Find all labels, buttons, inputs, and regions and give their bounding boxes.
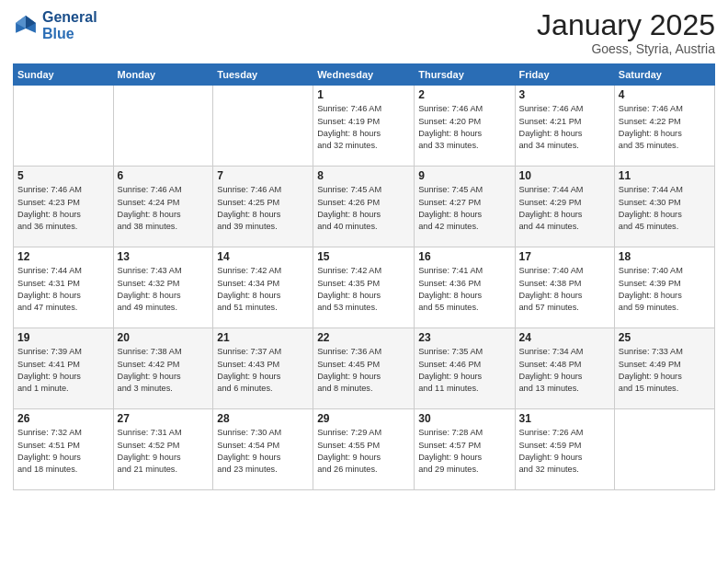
day-number: 29 [317, 412, 410, 425]
week-row-5: 26Sunrise: 7:32 AM Sunset: 4:51 PM Dayli… [14, 409, 715, 490]
day-cell: 4Sunrise: 7:46 AM Sunset: 4:22 PM Daylig… [614, 86, 714, 167]
day-info: Sunrise: 7:26 AM Sunset: 4:59 PM Dayligh… [519, 427, 610, 476]
day-number: 13 [118, 250, 210, 263]
day-info: Sunrise: 7:43 AM Sunset: 4:32 PM Dayligh… [118, 265, 210, 314]
day-number: 6 [118, 169, 210, 182]
day-cell: 12Sunrise: 7:44 AM Sunset: 4:31 PM Dayli… [14, 247, 114, 328]
day-cell: 7Sunrise: 7:46 AM Sunset: 4:25 PM Daylig… [213, 167, 313, 247]
day-number: 2 [418, 88, 510, 101]
logo-text: General Blue [42, 9, 97, 43]
day-cell: 29Sunrise: 7:29 AM Sunset: 4:55 PM Dayli… [313, 409, 415, 490]
day-cell: 27Sunrise: 7:31 AM Sunset: 4:52 PM Dayli… [113, 409, 213, 490]
day-cell: 19Sunrise: 7:39 AM Sunset: 4:41 PM Dayli… [14, 328, 114, 409]
day-info: Sunrise: 7:39 AM Sunset: 4:41 PM Dayligh… [17, 346, 109, 395]
day-number: 7 [217, 169, 309, 182]
day-info: Sunrise: 7:32 AM Sunset: 4:51 PM Dayligh… [17, 427, 109, 476]
day-number: 24 [519, 331, 610, 344]
day-cell: 8Sunrise: 7:45 AM Sunset: 4:26 PM Daylig… [313, 167, 415, 247]
day-info: Sunrise: 7:40 AM Sunset: 4:39 PM Dayligh… [619, 265, 711, 314]
day-cell: 30Sunrise: 7:28 AM Sunset: 4:57 PM Dayli… [415, 409, 515, 490]
day-cell: 15Sunrise: 7:42 AM Sunset: 4:35 PM Dayli… [313, 247, 415, 328]
day-number: 23 [418, 331, 510, 344]
day-info: Sunrise: 7:28 AM Sunset: 4:57 PM Dayligh… [418, 427, 510, 476]
day-number: 1 [317, 88, 410, 101]
day-cell: 2Sunrise: 7:46 AM Sunset: 4:20 PM Daylig… [415, 86, 515, 167]
week-row-1: 1Sunrise: 7:46 AM Sunset: 4:19 PM Daylig… [14, 86, 715, 167]
day-info: Sunrise: 7:34 AM Sunset: 4:48 PM Dayligh… [519, 346, 610, 395]
calendar-subtitle: Goess, Styria, Austria [537, 41, 715, 56]
day-info: Sunrise: 7:30 AM Sunset: 4:54 PM Dayligh… [217, 427, 309, 476]
day-info: Sunrise: 7:46 AM Sunset: 4:23 PM Dayligh… [17, 184, 109, 233]
day-cell: 20Sunrise: 7:38 AM Sunset: 4:42 PM Dayli… [113, 328, 213, 409]
day-number: 20 [118, 331, 210, 344]
header-day-friday: Friday [515, 64, 614, 86]
day-cell: 28Sunrise: 7:30 AM Sunset: 4:54 PM Dayli… [213, 409, 313, 490]
day-number: 25 [619, 331, 711, 344]
day-number: 19 [17, 331, 109, 344]
day-number: 5 [17, 169, 109, 182]
day-info: Sunrise: 7:45 AM Sunset: 4:27 PM Dayligh… [418, 184, 510, 233]
header-day-wednesday: Wednesday [313, 64, 415, 86]
day-number: 10 [519, 169, 610, 182]
day-cell [113, 86, 213, 167]
day-cell: 10Sunrise: 7:44 AM Sunset: 4:29 PM Dayli… [515, 167, 614, 247]
week-row-4: 19Sunrise: 7:39 AM Sunset: 4:41 PM Dayli… [14, 328, 715, 409]
calendar-table: SundayMondayTuesdayWednesdayThursdayFrid… [13, 63, 715, 490]
day-info: Sunrise: 7:45 AM Sunset: 4:26 PM Dayligh… [317, 184, 410, 233]
calendar-container: General Blue January 2025 Goess, Styria,… [0, 0, 728, 498]
day-info: Sunrise: 7:46 AM Sunset: 4:20 PM Dayligh… [418, 103, 510, 152]
day-info: Sunrise: 7:29 AM Sunset: 4:55 PM Dayligh… [317, 427, 410, 476]
day-cell: 3Sunrise: 7:46 AM Sunset: 4:21 PM Daylig… [515, 86, 614, 167]
day-cell: 9Sunrise: 7:45 AM Sunset: 4:27 PM Daylig… [415, 167, 515, 247]
header-row: General Blue January 2025 Goess, Styria,… [13, 9, 715, 56]
day-info: Sunrise: 7:46 AM Sunset: 4:24 PM Dayligh… [118, 184, 210, 233]
logo: General Blue [13, 9, 97, 43]
day-info: Sunrise: 7:44 AM Sunset: 4:30 PM Dayligh… [619, 184, 711, 233]
day-cell: 6Sunrise: 7:46 AM Sunset: 4:24 PM Daylig… [113, 167, 213, 247]
day-info: Sunrise: 7:46 AM Sunset: 4:19 PM Dayligh… [317, 103, 410, 152]
day-cell [213, 86, 313, 167]
day-cell: 21Sunrise: 7:37 AM Sunset: 4:43 PM Dayli… [213, 328, 313, 409]
day-info: Sunrise: 7:35 AM Sunset: 4:46 PM Dayligh… [418, 346, 510, 395]
week-row-3: 12Sunrise: 7:44 AM Sunset: 4:31 PM Dayli… [14, 247, 715, 328]
day-info: Sunrise: 7:46 AM Sunset: 4:22 PM Dayligh… [619, 103, 711, 152]
day-cell: 22Sunrise: 7:36 AM Sunset: 4:45 PM Dayli… [313, 328, 415, 409]
day-number: 9 [418, 169, 510, 182]
day-info: Sunrise: 7:42 AM Sunset: 4:34 PM Dayligh… [217, 265, 309, 314]
day-number: 30 [418, 412, 510, 425]
day-cell: 1Sunrise: 7:46 AM Sunset: 4:19 PM Daylig… [313, 86, 415, 167]
day-number: 12 [17, 250, 109, 263]
day-info: Sunrise: 7:37 AM Sunset: 4:43 PM Dayligh… [217, 346, 309, 395]
header-day-tuesday: Tuesday [213, 64, 313, 86]
day-cell: 14Sunrise: 7:42 AM Sunset: 4:34 PM Dayli… [213, 247, 313, 328]
day-info: Sunrise: 7:40 AM Sunset: 4:38 PM Dayligh… [519, 265, 610, 314]
day-number: 18 [619, 250, 711, 263]
day-cell: 16Sunrise: 7:41 AM Sunset: 4:36 PM Dayli… [415, 247, 515, 328]
header-day-sunday: Sunday [14, 64, 114, 86]
day-cell: 31Sunrise: 7:26 AM Sunset: 4:59 PM Dayli… [515, 409, 614, 490]
day-cell: 24Sunrise: 7:34 AM Sunset: 4:48 PM Dayli… [515, 328, 614, 409]
logo-icon [13, 13, 39, 39]
day-cell: 5Sunrise: 7:46 AM Sunset: 4:23 PM Daylig… [14, 167, 114, 247]
day-cell: 18Sunrise: 7:40 AM Sunset: 4:39 PM Dayli… [614, 247, 714, 328]
day-cell: 13Sunrise: 7:43 AM Sunset: 4:32 PM Dayli… [113, 247, 213, 328]
header-day-saturday: Saturday [614, 64, 714, 86]
week-row-2: 5Sunrise: 7:46 AM Sunset: 4:23 PM Daylig… [14, 167, 715, 247]
day-number: 3 [519, 88, 610, 101]
day-cell: 25Sunrise: 7:33 AM Sunset: 4:49 PM Dayli… [614, 328, 714, 409]
day-info: Sunrise: 7:38 AM Sunset: 4:42 PM Dayligh… [118, 346, 210, 395]
day-info: Sunrise: 7:44 AM Sunset: 4:29 PM Dayligh… [519, 184, 610, 233]
day-info: Sunrise: 7:31 AM Sunset: 4:52 PM Dayligh… [118, 427, 210, 476]
day-number: 28 [217, 412, 309, 425]
day-info: Sunrise: 7:46 AM Sunset: 4:25 PM Dayligh… [217, 184, 309, 233]
day-number: 11 [619, 169, 711, 182]
day-info: Sunrise: 7:46 AM Sunset: 4:21 PM Dayligh… [519, 103, 610, 152]
day-number: 14 [217, 250, 309, 263]
day-number: 16 [418, 250, 510, 263]
day-number: 26 [17, 412, 109, 425]
day-cell [14, 86, 114, 167]
day-cell: 26Sunrise: 7:32 AM Sunset: 4:51 PM Dayli… [14, 409, 114, 490]
day-number: 17 [519, 250, 610, 263]
title-block: January 2025 Goess, Styria, Austria [537, 9, 715, 56]
day-number: 15 [317, 250, 410, 263]
